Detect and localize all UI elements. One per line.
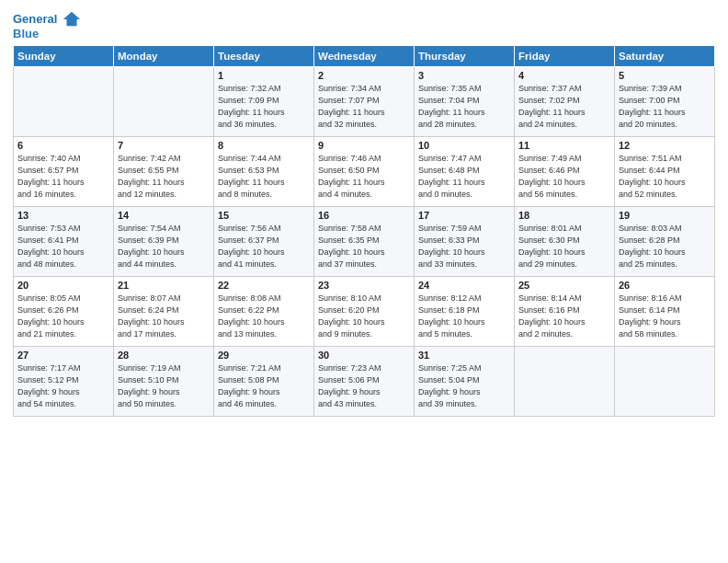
day-details: Sunrise: 7:56 AM Sunset: 6:37 PM Dayligh… [218,223,310,270]
day-details: Sunrise: 7:39 AM Sunset: 7:00 PM Dayligh… [619,83,711,131]
day-details: Sunrise: 7:23 AM Sunset: 5:06 PM Dayligh… [318,362,410,410]
calendar-cell: 8Sunrise: 7:44 AM Sunset: 6:53 PM Daylig… [214,136,314,206]
day-number: 1 [218,70,310,81]
calendar-cell: 5Sunrise: 7:39 AM Sunset: 7:00 PM Daylig… [615,66,715,136]
calendar-cell: 3Sunrise: 7:35 AM Sunset: 7:04 PM Daylig… [415,66,515,136]
calendar-cell: 26Sunrise: 8:16 AM Sunset: 6:14 PM Dayli… [615,276,715,346]
day-details: Sunrise: 8:14 AM Sunset: 6:16 PM Dayligh… [518,293,610,340]
week-row-3: 13Sunrise: 7:53 AM Sunset: 6:41 PM Dayli… [14,206,715,276]
calendar-cell [515,346,615,416]
calendar-cell: 4Sunrise: 7:37 AM Sunset: 7:02 PM Daylig… [515,66,615,136]
day-details: Sunrise: 7:44 AM Sunset: 6:53 PM Dayligh… [218,153,310,201]
day-details: Sunrise: 8:03 AM Sunset: 6:28 PM Dayligh… [619,223,711,270]
day-details: Sunrise: 7:17 AM Sunset: 5:12 PM Dayligh… [17,362,109,410]
week-row-4: 20Sunrise: 8:05 AM Sunset: 6:26 PM Dayli… [14,276,715,346]
calendar-cell: 2Sunrise: 7:34 AM Sunset: 7:07 PM Daylig… [314,66,415,136]
calendar-cell: 24Sunrise: 8:12 AM Sunset: 6:18 PM Dayli… [415,276,515,346]
calendar-cell: 9Sunrise: 7:46 AM Sunset: 6:50 PM Daylig… [314,136,415,206]
calendar-cell: 28Sunrise: 7:19 AM Sunset: 5:10 PM Dayli… [114,346,214,416]
svg-marker-0 [63,12,80,27]
calendar-cell: 31Sunrise: 7:25 AM Sunset: 5:04 PM Dayli… [415,346,515,416]
day-number: 18 [518,210,610,221]
day-number: 13 [17,210,109,221]
day-number: 14 [118,210,210,221]
calendar-cell: 19Sunrise: 8:03 AM Sunset: 6:28 PM Dayli… [615,206,715,276]
logo-icon [62,9,82,29]
day-number: 23 [318,280,410,291]
day-number: 30 [318,350,410,361]
day-number: 29 [218,350,310,361]
day-number: 31 [418,350,510,361]
day-details: Sunrise: 7:40 AM Sunset: 6:57 PM Dayligh… [17,153,109,201]
day-details: Sunrise: 7:37 AM Sunset: 7:02 PM Dayligh… [518,83,610,131]
calendar-cell: 16Sunrise: 7:58 AM Sunset: 6:35 PM Dayli… [314,206,415,276]
col-header-friday: Friday [515,45,615,66]
day-details: Sunrise: 8:07 AM Sunset: 6:24 PM Dayligh… [118,293,210,340]
logo-text: General [13,12,57,27]
day-number: 27 [17,350,109,361]
calendar-cell: 13Sunrise: 7:53 AM Sunset: 6:41 PM Dayli… [14,206,114,276]
day-number: 8 [218,140,310,151]
day-number: 17 [418,210,510,221]
day-details: Sunrise: 7:59 AM Sunset: 6:33 PM Dayligh… [418,223,510,270]
day-details: Sunrise: 8:10 AM Sunset: 6:20 PM Dayligh… [318,293,410,340]
calendar-cell: 6Sunrise: 7:40 AM Sunset: 6:57 PM Daylig… [14,136,114,206]
col-header-sunday: Sunday [14,45,114,66]
day-number: 6 [17,140,109,151]
col-header-saturday: Saturday [615,45,715,66]
day-details: Sunrise: 8:08 AM Sunset: 6:22 PM Dayligh… [218,293,310,340]
week-row-2: 6Sunrise: 7:40 AM Sunset: 6:57 PM Daylig… [14,136,715,206]
day-number: 3 [418,70,510,81]
day-details: Sunrise: 7:42 AM Sunset: 6:55 PM Dayligh… [118,153,210,201]
calendar-cell: 7Sunrise: 7:42 AM Sunset: 6:55 PM Daylig… [114,136,214,206]
day-number: 5 [619,70,711,81]
calendar-cell: 18Sunrise: 8:01 AM Sunset: 6:30 PM Dayli… [515,206,615,276]
calendar-cell: 20Sunrise: 8:05 AM Sunset: 6:26 PM Dayli… [14,276,114,346]
day-number: 26 [619,280,711,291]
day-number: 10 [418,140,510,151]
day-number: 2 [318,70,410,81]
day-details: Sunrise: 7:35 AM Sunset: 7:04 PM Dayligh… [418,83,510,131]
col-header-wednesday: Wednesday [314,45,415,66]
day-details: Sunrise: 7:21 AM Sunset: 5:08 PM Dayligh… [218,362,310,410]
calendar-cell: 25Sunrise: 8:14 AM Sunset: 6:16 PM Dayli… [515,276,615,346]
calendar-cell: 14Sunrise: 7:54 AM Sunset: 6:39 PM Dayli… [114,206,214,276]
day-details: Sunrise: 7:46 AM Sunset: 6:50 PM Dayligh… [318,153,410,201]
calendar-cell: 10Sunrise: 7:47 AM Sunset: 6:48 PM Dayli… [415,136,515,206]
calendar-cell: 21Sunrise: 8:07 AM Sunset: 6:24 PM Dayli… [114,276,214,346]
day-number: 12 [619,140,711,151]
calendar-cell: 17Sunrise: 7:59 AM Sunset: 6:33 PM Dayli… [415,206,515,276]
calendar-cell: 29Sunrise: 7:21 AM Sunset: 5:08 PM Dayli… [214,346,314,416]
day-details: Sunrise: 7:53 AM Sunset: 6:41 PM Dayligh… [17,223,109,270]
calendar-cell: 22Sunrise: 8:08 AM Sunset: 6:22 PM Dayli… [214,276,314,346]
day-details: Sunrise: 8:01 AM Sunset: 6:30 PM Dayligh… [518,223,610,270]
calendar-cell: 30Sunrise: 7:23 AM Sunset: 5:06 PM Dayli… [314,346,415,416]
day-details: Sunrise: 7:25 AM Sunset: 5:04 PM Dayligh… [418,362,510,410]
day-details: Sunrise: 7:49 AM Sunset: 6:46 PM Dayligh… [518,153,610,201]
week-row-5: 27Sunrise: 7:17 AM Sunset: 5:12 PM Dayli… [14,346,715,416]
week-row-1: 1Sunrise: 7:32 AM Sunset: 7:09 PM Daylig… [14,66,715,136]
day-details: Sunrise: 7:19 AM Sunset: 5:10 PM Dayligh… [118,362,210,410]
day-details: Sunrise: 7:32 AM Sunset: 7:09 PM Dayligh… [218,83,310,131]
calendar-cell [114,66,214,136]
day-number: 16 [318,210,410,221]
calendar-cell [615,346,715,416]
day-number: 28 [118,350,210,361]
calendar-cell: 27Sunrise: 7:17 AM Sunset: 5:12 PM Dayli… [14,346,114,416]
col-header-thursday: Thursday [415,45,515,66]
day-details: Sunrise: 8:12 AM Sunset: 6:18 PM Dayligh… [418,293,510,340]
calendar-cell: 23Sunrise: 8:10 AM Sunset: 6:20 PM Dayli… [314,276,415,346]
day-number: 9 [318,140,410,151]
day-number: 19 [619,210,711,221]
calendar-container: General Blue SundayMondayTuesdayWednesda… [0,0,728,563]
calendar-cell: 15Sunrise: 7:56 AM Sunset: 6:37 PM Dayli… [214,206,314,276]
logo-blue-text: Blue [13,27,39,41]
day-details: Sunrise: 7:34 AM Sunset: 7:07 PM Dayligh… [318,83,410,131]
day-details: Sunrise: 7:54 AM Sunset: 6:39 PM Dayligh… [118,223,210,270]
day-details: Sunrise: 8:16 AM Sunset: 6:14 PM Dayligh… [619,293,711,340]
day-number: 7 [118,140,210,151]
calendar-cell [14,66,114,136]
day-details: Sunrise: 7:58 AM Sunset: 6:35 PM Dayligh… [318,223,410,270]
day-number: 24 [418,280,510,291]
calendar-cell: 1Sunrise: 7:32 AM Sunset: 7:09 PM Daylig… [214,66,314,136]
